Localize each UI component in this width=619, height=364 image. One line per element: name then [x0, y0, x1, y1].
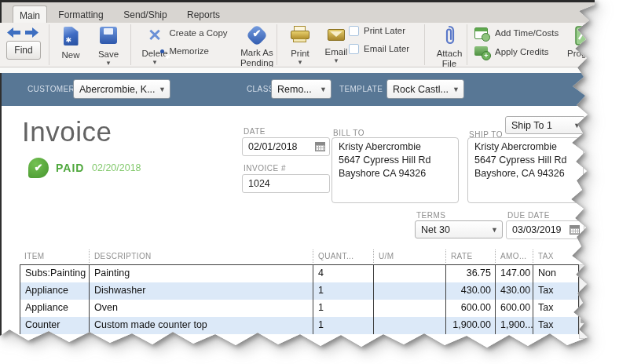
- main-toolbar: Find New Save ▾ ✕ Delete ▾ Create a Copy…: [0, 23, 619, 67]
- scroll-up-arrow-icon[interactable]: ▲: [580, 265, 591, 275]
- due-date-label: DUE DATE: [507, 211, 550, 220]
- chevron-down-icon: ▼: [491, 226, 498, 234]
- cell-description[interactable]: Custom made counter top: [89, 317, 313, 334]
- progress-button[interactable]: Progress: [564, 26, 606, 59]
- cell-item[interactable]: Counter: [20, 317, 89, 334]
- mark-as-pending-button[interactable]: ✔ Mark As Pending: [233, 26, 281, 68]
- cell-um[interactable]: [373, 265, 445, 282]
- chevron-down-icon: ▼: [320, 86, 327, 93]
- print-dropdown-caret[interactable]: ▾: [283, 59, 317, 66]
- forward-arrow-icon[interactable]: [25, 27, 38, 41]
- col-item[interactable]: ITEM: [20, 249, 89, 263]
- ship-to-address-box[interactable]: Kristy Abercrombie 5647 Cypress Hill Rd …: [467, 137, 584, 203]
- cell-rate[interactable]: 600.00: [445, 300, 495, 317]
- cell-rate[interactable]: 430.00: [445, 282, 495, 300]
- cell-tax[interactable]: Non: [533, 265, 579, 282]
- calendar-icon[interactable]: [570, 225, 580, 235]
- print-icon: [290, 26, 310, 44]
- invoice-number-field[interactable]: 1024: [242, 174, 330, 193]
- paid-status-badge: PAID: [56, 162, 84, 174]
- torn-paper-window: Main Formatting Send/Ship Reports Find N…: [0, 0, 619, 364]
- cell-item[interactable]: Appliance: [20, 282, 89, 300]
- line-items-body: Subs:PaintingPainting436.75147.00NonAppl…: [20, 264, 579, 334]
- table-scrollbar[interactable]: ▲: [579, 264, 592, 339]
- cell-amount[interactable]: 1,900...: [495, 317, 533, 334]
- cell-amount[interactable]: 600.00: [495, 300, 533, 317]
- template-dropdown[interactable]: Rock Castl...▼: [386, 79, 464, 99]
- date-field[interactable]: 02/01/2018: [242, 137, 330, 156]
- print-later-label: Print Later: [364, 26, 405, 35]
- cell-tax[interactable]: Tax: [533, 282, 579, 300]
- email-later-checkbox[interactable]: [349, 44, 359, 54]
- table-row[interactable]: CounterCustom made counter top11,900.001…: [20, 317, 578, 334]
- cell-amount[interactable]: 430.00: [495, 282, 533, 300]
- line-items-header: ITEM DESCRIPTION QUANT... U/M RATE AMO..…: [20, 249, 579, 263]
- save-floppy-icon: [100, 27, 117, 44]
- email-dropdown-caret[interactable]: ▾: [319, 57, 353, 64]
- invoice-body: Invoice PAID 02/20/2018 DATE 02/01/2018 …: [0, 106, 619, 364]
- table-row[interactable]: ApplianceDishwasher1430.00430.00Tax: [20, 282, 578, 300]
- col-tax[interactable]: TAX: [533, 249, 579, 263]
- cell-description[interactable]: Oven: [89, 300, 313, 317]
- new-document-icon: [64, 27, 79, 46]
- cell-tax[interactable]: Tax: [533, 300, 579, 317]
- paid-checkmark-icon: [28, 158, 49, 178]
- save-button[interactable]: Save ▾: [90, 27, 127, 67]
- date-label: DATE: [244, 127, 266, 136]
- email-later-label: Email Later: [364, 44, 409, 53]
- chevron-down-icon: ▼: [159, 86, 166, 93]
- customer-job-dropdown[interactable]: Abercrombie, K...▼: [73, 79, 170, 99]
- transaction-form-bar: CUSTOMER:JOB Abercrombie, K...▼ CLASS Re…: [0, 73, 619, 106]
- email-envelope-icon: [328, 29, 345, 41]
- col-um[interactable]: U/M: [373, 249, 445, 263]
- new-button[interactable]: New: [52, 27, 90, 60]
- cell-description[interactable]: Painting: [89, 265, 313, 282]
- table-row[interactable]: ApplianceOven1600.00600.00Tax: [20, 300, 578, 317]
- col-amount[interactable]: AMO...: [495, 249, 533, 263]
- cell-um[interactable]: [373, 300, 445, 317]
- add-time-costs-icon: [474, 27, 488, 39]
- cell-quantity[interactable]: 1: [313, 317, 373, 334]
- cell-um[interactable]: [373, 317, 445, 334]
- cell-rate[interactable]: 1,900.00: [445, 317, 495, 334]
- ribbon-tab-bar: Main Formatting Send/Ship Reports: [0, 0, 619, 23]
- table-row[interactable]: Subs:PaintingPainting436.75147.00Non: [20, 265, 578, 282]
- col-rate[interactable]: RATE: [445, 249, 495, 263]
- ship-to-dropdown[interactable]: Ship To 1▼: [505, 116, 585, 134]
- cell-description[interactable]: Dishwasher: [89, 282, 313, 300]
- chevron-down-icon: ▼: [452, 86, 460, 93]
- cell-item[interactable]: Subs:Painting: [20, 265, 89, 282]
- calendar-icon[interactable]: [315, 142, 325, 151]
- bill-to-address-box[interactable]: Kristy Abercrombie 5647 Cypress Hill Rd …: [331, 137, 459, 203]
- attach-file-button[interactable]: Attach File: [429, 25, 470, 69]
- paid-date: 02/20/2018: [92, 162, 141, 173]
- cell-quantity[interactable]: 4: [313, 265, 373, 282]
- print-later-checkbox[interactable]: [349, 26, 359, 36]
- cell-rate[interactable]: 36.75: [445, 265, 495, 282]
- find-button[interactable]: Find: [6, 41, 41, 60]
- bill-to-label: BILL TO: [333, 129, 364, 137]
- cell-quantity[interactable]: 1: [313, 300, 373, 317]
- print-button[interactable]: Print ▾: [283, 26, 317, 66]
- cell-um[interactable]: [373, 282, 445, 300]
- terms-dropdown[interactable]: Net 30▼: [415, 220, 503, 238]
- chevron-down-icon: ▼: [573, 122, 581, 129]
- cell-tax[interactable]: Tax: [533, 317, 579, 334]
- save-dropdown-caret[interactable]: ▾: [90, 60, 127, 67]
- terms-label: TERMS: [416, 211, 446, 220]
- back-arrow-icon[interactable]: [7, 27, 20, 41]
- cell-item[interactable]: Appliance: [20, 300, 89, 317]
- cell-quantity[interactable]: 1: [313, 282, 373, 300]
- progress-chart-icon: [575, 35, 596, 48]
- apply-credits-icon: [474, 46, 488, 56]
- class-dropdown[interactable]: Remo...▼: [271, 79, 331, 99]
- page-title: Invoice: [22, 116, 112, 147]
- col-quantity[interactable]: QUANT...: [313, 249, 373, 263]
- invoice-number-label: INVOICE #: [244, 164, 286, 173]
- col-description[interactable]: DESCRIPTION: [89, 249, 313, 263]
- class-label: CLASS: [247, 85, 274, 93]
- cell-amount[interactable]: 147.00: [495, 265, 533, 282]
- scrollbar-thumb[interactable]: [581, 306, 590, 323]
- mark-as-pending-icon: ✔: [247, 26, 267, 46]
- due-date-field[interactable]: 03/03/2019: [506, 220, 584, 239]
